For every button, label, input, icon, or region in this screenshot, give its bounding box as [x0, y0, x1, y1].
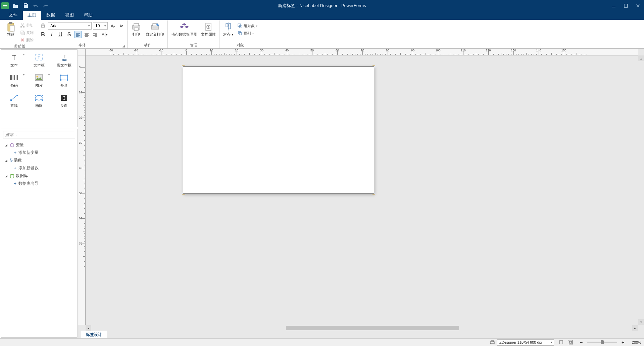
- tree-add-variable[interactable]: ＋添加新变量: [3, 149, 75, 157]
- bold-button[interactable]: B: [39, 31, 47, 38]
- zoom-fit-button[interactable]: [557, 339, 565, 346]
- toolbox-panel: ▾T文本 T文本框 TRTF富文本框 ▾条码 ▾图片 矩形 直线 椭圆 反白: [1, 49, 78, 127]
- ribbon-tabstrip: 文件 主页 数据 视图 帮助: [0, 11, 644, 20]
- arrange-button[interactable]: 排列 ▾: [236, 30, 259, 37]
- close-button[interactable]: [632, 0, 644, 11]
- image-icon: [34, 73, 44, 82]
- textbox-icon: T: [34, 53, 44, 62]
- chevron-down-icon: ▾: [48, 73, 50, 76]
- tool-textbox[interactable]: T文本框: [27, 51, 51, 70]
- search-input[interactable]: [3, 131, 75, 138]
- copy-button[interactable]: 复制: [19, 29, 35, 36]
- qat-open-button[interactable]: [11, 2, 19, 10]
- font-size-select[interactable]: 10: [93, 22, 108, 30]
- tab-home[interactable]: 主页: [23, 11, 41, 20]
- svg-rect-45: [42, 95, 43, 96]
- svg-rect-41: [10, 99, 12, 101]
- tool-line[interactable]: 直线: [2, 91, 27, 110]
- underline-button[interactable]: U: [57, 31, 64, 38]
- maximize-button[interactable]: [620, 0, 632, 11]
- window-title: 新建标签 - NiceLabel Designer - PowerForms: [278, 3, 366, 9]
- tool-invert[interactable]: 反白: [52, 91, 77, 110]
- printer-select[interactable]: ZDesigner 110Xi4 600 dpi: [497, 339, 554, 346]
- svg-rect-1: [24, 4, 27, 5]
- tool-rect[interactable]: 矩形: [52, 71, 77, 90]
- svg-point-20: [208, 26, 209, 28]
- svg-rect-0: [3, 5, 7, 6]
- svg-rect-38: [60, 79, 61, 81]
- scroll-left-button[interactable]: ◂: [86, 325, 91, 331]
- scroll-right-button[interactable]: ▸: [632, 325, 638, 331]
- dynamic-data-button[interactable]: 动态数据管理器: [170, 21, 198, 37]
- align-right-button[interactable]: [92, 31, 99, 38]
- ribbon: 粘贴 剪切 复制 删除 剪贴板 Arial 10 A▴ A▾ B: [0, 20, 644, 49]
- qat-undo-button[interactable]: [32, 2, 40, 10]
- tree-db-wizard[interactable]: ＋数据库向导: [3, 180, 75, 187]
- font-name-select[interactable]: Arial: [48, 22, 92, 30]
- font-color-button[interactable]: A▾: [100, 31, 108, 38]
- svg-rect-36: [60, 75, 61, 76]
- vertical-scrollbar[interactable]: ▴ ▾: [638, 55, 644, 325]
- tool-ellipse[interactable]: 椭圆: [27, 91, 51, 110]
- italic-button[interactable]: I: [48, 31, 55, 38]
- custom-print-button[interactable]: 自定义打印: [144, 21, 165, 37]
- label-page[interactable]: [183, 66, 374, 194]
- tool-text[interactable]: ▾T文本: [2, 51, 27, 70]
- font-grow-button[interactable]: A▴: [109, 22, 116, 30]
- cut-button[interactable]: 剪切: [19, 21, 35, 29]
- doc-props-button[interactable]: 文档属性: [200, 21, 217, 37]
- zoom-to-objects-button[interactable]: [567, 339, 574, 346]
- tab-view[interactable]: 视图: [60, 11, 79, 20]
- group-actions-label: 动作: [130, 43, 165, 48]
- doctab-label-design[interactable]: 标签设计: [81, 331, 107, 338]
- align-center-button[interactable]: [83, 31, 90, 38]
- print-button[interactable]: 打印: [130, 21, 143, 37]
- tool-image[interactable]: ▾图片: [27, 71, 51, 90]
- scroll-up-button[interactable]: ▴: [638, 55, 644, 61]
- strike-button[interactable]: S: [65, 31, 73, 38]
- zoom-in-button[interactable]: +: [619, 339, 627, 346]
- tree-databases[interactable]: ◢数据库: [3, 172, 75, 180]
- scroll-down-button[interactable]: ▾: [638, 319, 644, 325]
- rectangle-icon: [59, 73, 69, 82]
- cube-icon: [10, 143, 14, 147]
- svg-rect-21: [226, 24, 228, 27]
- svg-rect-14: [134, 24, 139, 26]
- zoom-slider-handle[interactable]: [601, 340, 604, 344]
- qat-save-button[interactable]: [21, 2, 30, 10]
- font-dialog-launcher[interactable]: ◢: [122, 44, 125, 48]
- paste-button[interactable]: 粘贴: [4, 21, 17, 37]
- delete-button[interactable]: 删除: [19, 36, 35, 44]
- font-shrink-button[interactable]: A▾: [118, 22, 125, 30]
- align-left-button[interactable]: [74, 31, 82, 38]
- tab-help[interactable]: 帮助: [79, 11, 97, 20]
- svg-rect-39: [67, 79, 68, 81]
- printer-fonts-button[interactable]: [39, 22, 47, 30]
- group-objects-button[interactable]: 组对象 ▾: [236, 22, 259, 30]
- horizontal-scrollbar[interactable]: ◂ ▸: [86, 325, 638, 331]
- design-viewport[interactable]: [86, 55, 638, 325]
- tool-richtext[interactable]: TRTF富文本框: [52, 51, 77, 70]
- tab-data[interactable]: 数据: [42, 11, 60, 20]
- align-button[interactable]: 对齐 ▾: [221, 21, 235, 37]
- svg-text:T: T: [38, 55, 41, 60]
- tool-barcode[interactable]: ▾条码: [2, 71, 27, 90]
- tree-add-function[interactable]: ＋添加新函数: [3, 164, 75, 172]
- invert-icon: [59, 93, 69, 102]
- tree-variables[interactable]: ◢变量: [3, 141, 75, 149]
- printer-icon: [132, 22, 141, 32]
- horizontal-ruler[interactable]: -30-20-100102030405060708090100110120130…: [86, 49, 638, 55]
- paste-label: 粘贴: [7, 32, 14, 36]
- svg-rect-2: [612, 7, 615, 7]
- vertical-ruler[interactable]: 010203040506070: [78, 55, 86, 325]
- chevron-down-icon: ▾: [23, 53, 24, 56]
- svg-rect-26: [239, 33, 242, 35]
- text-icon: T: [9, 53, 19, 62]
- minimize-button[interactable]: [608, 0, 620, 11]
- tab-file[interactable]: 文件: [4, 11, 22, 20]
- scrollbar-thumb[interactable]: [286, 326, 459, 330]
- qat-redo-button[interactable]: [42, 2, 50, 10]
- tree-functions[interactable]: ◢fx函数: [3, 157, 75, 164]
- zoom-out-button[interactable]: −: [578, 339, 585, 346]
- zoom-slider[interactable]: [587, 342, 617, 343]
